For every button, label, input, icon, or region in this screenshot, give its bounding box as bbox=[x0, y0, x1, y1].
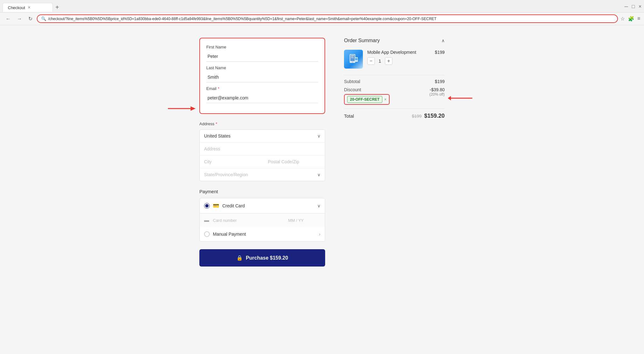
svg-rect-9 bbox=[355, 58, 358, 60]
manual-payment-radio[interactable] bbox=[204, 231, 210, 237]
first-name-input[interactable] bbox=[206, 51, 318, 62]
expiry-input[interactable] bbox=[269, 218, 322, 223]
personal-info-box: First Name Last Name Email * bbox=[199, 38, 325, 114]
discount-arrow bbox=[448, 93, 473, 103]
first-name-label: First Name bbox=[206, 45, 318, 49]
credit-card-label: Credit Card bbox=[222, 203, 314, 208]
discount-badge-wrapper: 20-OFF-SECRET × bbox=[344, 94, 390, 105]
tab-bar: Checkout × + ─ □ × bbox=[0, 0, 644, 12]
state-select[interactable]: State/Province/Region bbox=[204, 172, 317, 177]
svg-marker-11 bbox=[448, 96, 451, 100]
credit-card-radio[interactable] bbox=[204, 203, 210, 209]
total-old-price: $199 bbox=[412, 114, 422, 119]
card-number-input[interactable] bbox=[213, 218, 266, 223]
search-icon: 🔍 bbox=[41, 16, 46, 21]
last-name-group: Last Name bbox=[206, 65, 318, 82]
manual-payment-row[interactable]: Manual Payment › bbox=[200, 227, 325, 241]
active-tab[interactable]: Checkout × bbox=[3, 3, 53, 12]
zip-input[interactable] bbox=[264, 155, 325, 168]
lock-icon: 🔒 bbox=[236, 255, 243, 261]
purchase-button-label: Purchase $159.20 bbox=[246, 255, 288, 261]
order-summary-header: Order Summary ∧ bbox=[344, 38, 445, 43]
window-maximize-button[interactable]: □ bbox=[632, 4, 635, 9]
total-new-price: $159.20 bbox=[424, 113, 445, 119]
subtotal-label: Subtotal bbox=[344, 79, 360, 84]
browser-chrome: Checkout × + ─ □ × ← → ↻ 🔍 ☆ 🧩 ≡ bbox=[0, 0, 644, 25]
svg-rect-6 bbox=[351, 58, 354, 58]
total-label: Total bbox=[344, 113, 354, 119]
last-name-label: Last Name bbox=[206, 65, 318, 70]
svg-rect-5 bbox=[351, 57, 353, 57]
item-price-remove: × $199 bbox=[435, 50, 445, 55]
manual-payment-label: Manual Payment bbox=[213, 232, 316, 237]
credit-card-icon: 💳 bbox=[213, 203, 219, 209]
nav-bar: ← → ↻ 🔍 ☆ 🧩 ≡ bbox=[0, 12, 644, 25]
svg-point-7 bbox=[352, 62, 353, 63]
subtotal-row: Subtotal $199 bbox=[344, 79, 445, 84]
quantity-controls: − 1 + bbox=[367, 57, 430, 65]
item-info: Mobile App Development − 1 + bbox=[367, 50, 430, 65]
credit-card-row[interactable]: 💳 Credit Card ∨ bbox=[200, 198, 325, 213]
payment-box: 💳 Credit Card ∨ ▬ Manual Payment › bbox=[199, 198, 325, 242]
city-zip-row bbox=[200, 155, 325, 168]
menu-icon[interactable]: ≡ bbox=[637, 16, 640, 22]
window-minimize-button[interactable]: ─ bbox=[625, 4, 628, 9]
back-button[interactable]: ← bbox=[4, 15, 13, 22]
purchase-button[interactable]: 🔒 Purchase $159.20 bbox=[199, 249, 325, 267]
address-section: Address * United States ∨ bbox=[199, 121, 325, 181]
email-label: Email * bbox=[206, 86, 318, 91]
address-bar[interactable]: 🔍 bbox=[37, 14, 618, 23]
refresh-button[interactable]: ↻ bbox=[26, 15, 34, 22]
manual-payment-chevron-icon: › bbox=[319, 232, 320, 237]
item-name: Mobile App Development bbox=[367, 50, 430, 55]
discount-label: Discount bbox=[344, 87, 390, 92]
address-input-row bbox=[200, 143, 325, 155]
discount-values: -$39.80 (20% off) bbox=[430, 87, 445, 97]
credit-card-chevron-icon: ∨ bbox=[317, 203, 320, 208]
window-controls: ─ □ × bbox=[625, 4, 641, 11]
tab-close-button[interactable]: × bbox=[28, 5, 31, 10]
url-input[interactable] bbox=[48, 17, 613, 21]
quantity-value: 1 bbox=[379, 59, 381, 64]
remove-coupon-button[interactable]: × bbox=[384, 97, 386, 102]
email-group: Email * bbox=[206, 86, 318, 103]
coupon-code-badge: 20-OFF-SECRET bbox=[347, 96, 382, 103]
browser-actions: ☆ 🧩 ≡ bbox=[620, 16, 640, 22]
address-input[interactable] bbox=[204, 146, 320, 151]
country-select[interactable]: United States bbox=[204, 133, 317, 138]
forward-button[interactable]: → bbox=[15, 15, 24, 22]
new-tab-button[interactable]: + bbox=[53, 3, 62, 12]
decrease-qty-button[interactable]: − bbox=[367, 57, 375, 65]
city-input[interactable] bbox=[200, 155, 264, 168]
address-box: United States ∨ State/Province/Region bbox=[199, 129, 325, 181]
subtotal-value: $199 bbox=[435, 79, 445, 84]
address-section-title: Address * bbox=[199, 121, 325, 126]
discount-amount: -$39.80 bbox=[430, 87, 445, 92]
svg-rect-4 bbox=[351, 55, 354, 56]
state-select-row[interactable]: State/Province/Region ∨ bbox=[200, 168, 325, 181]
total-row: Total $199 $159.20 bbox=[344, 113, 445, 119]
page-content: First Name Last Name Email * Address * bbox=[0, 25, 644, 354]
card-number-icon: ▬ bbox=[204, 217, 209, 223]
address-required: * bbox=[216, 121, 217, 126]
increase-qty-button[interactable]: + bbox=[385, 57, 392, 65]
country-chevron-icon: ∨ bbox=[317, 133, 320, 138]
discount-left: Discount 20-OFF-SECRET × bbox=[344, 87, 390, 105]
order-item: Mobile App Development − 1 + × $199 bbox=[344, 50, 445, 69]
total-divider bbox=[344, 109, 445, 109]
summary-divider bbox=[344, 75, 445, 75]
first-name-group: First Name bbox=[206, 45, 318, 62]
extensions-icon[interactable]: 🧩 bbox=[628, 16, 634, 22]
svg-marker-1 bbox=[191, 106, 196, 111]
left-column: First Name Last Name Email * Address * bbox=[199, 38, 325, 341]
country-select-row[interactable]: United States ∨ bbox=[200, 130, 325, 143]
credit-card-option: 💳 Credit Card ∨ ▬ bbox=[200, 198, 325, 227]
payment-section-title: Payment bbox=[199, 189, 325, 194]
last-name-input[interactable] bbox=[206, 72, 318, 82]
bookmark-icon[interactable]: ☆ bbox=[620, 16, 625, 22]
remove-item-button[interactable]: × bbox=[442, 50, 445, 55]
window-close-button[interactable]: × bbox=[639, 4, 641, 9]
email-required: * bbox=[218, 86, 219, 91]
order-summary-chevron-icon[interactable]: ∧ bbox=[441, 38, 445, 43]
email-input[interactable] bbox=[206, 93, 318, 103]
